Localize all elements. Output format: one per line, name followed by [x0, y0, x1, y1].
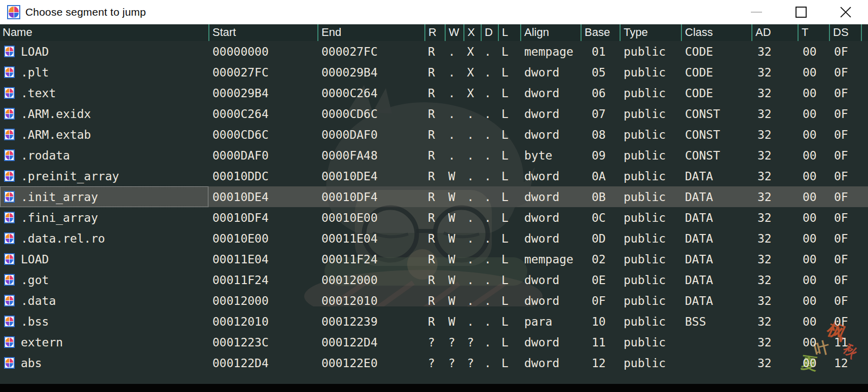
column-header-name[interactable]: Name	[0, 24, 208, 41]
cell-ad: 32	[751, 332, 798, 352]
table-row[interactable]: .bss0001201000012239RW..Lpara10publicBSS…	[0, 311, 868, 332]
column-header-sliver	[861, 24, 868, 41]
cell-start: 0000C264	[208, 103, 317, 124]
table-row[interactable]: .text000029B40000C264R.X.Ldword06publicC…	[0, 83, 868, 103]
cell-x: .	[463, 249, 481, 269]
table-row[interactable]: .preinit_array00010DDC00010DE4RW..Ldword…	[0, 166, 868, 186]
table-row[interactable]: LOAD00011E0400011F24RW..Lmempage02public…	[0, 249, 868, 269]
minimize-icon	[751, 12, 762, 13]
cell-align: dword	[520, 186, 581, 207]
cell-x: X	[463, 62, 481, 83]
column-header-ad[interactable]: AD	[751, 24, 798, 41]
cell-name: LOAD	[0, 249, 208, 269]
cell-start: 000122D4	[208, 352, 317, 373]
cell-ad: 32	[751, 166, 798, 186]
cell-base: 0F	[581, 290, 620, 311]
cell-t: 00	[798, 103, 829, 124]
cell-l: L	[498, 352, 520, 373]
column-header-ds[interactable]: DS	[829, 24, 861, 41]
cell-name: extern	[0, 332, 208, 352]
cell-base: 0E	[581, 269, 620, 290]
cell-name: .bss	[0, 311, 208, 332]
cell-ds: 12	[829, 352, 861, 373]
cell-start: 00012000	[208, 290, 317, 311]
cell-ds: 0F	[829, 228, 861, 249]
column-header-base[interactable]: Base	[581, 24, 620, 41]
column-header-type[interactable]: Type	[620, 24, 681, 41]
column-header-w[interactable]: W	[445, 24, 463, 41]
table-row[interactable]: extern0001223C000122D4???.Ldword11public…	[0, 332, 868, 352]
cell-type: public	[620, 207, 681, 228]
column-header-class[interactable]: Class	[681, 24, 751, 41]
cell-ad: 32	[751, 228, 798, 249]
cell-l: L	[498, 103, 520, 124]
minimize-button[interactable]	[734, 0, 779, 24]
cell-class: CONST	[681, 103, 751, 124]
table-row[interactable]: .data0001200000012010RW..Ldword0FpublicD…	[0, 290, 868, 311]
cell-w: W	[445, 207, 463, 228]
table-row[interactable]: .fini_array00010DF400010E00RW..Ldword0Cp…	[0, 207, 868, 228]
cell-base: 01	[581, 41, 620, 62]
column-header-t[interactable]: T	[798, 24, 829, 41]
table-row[interactable]: .rodata0000DAF00000FA48R...Lbyte09public…	[0, 145, 868, 166]
cell-d: .	[481, 41, 498, 62]
cell-x: X	[463, 83, 481, 103]
cell-r: R	[424, 311, 445, 332]
cell-ad: 32	[751, 41, 798, 62]
segment-icon	[4, 149, 15, 161]
table-row[interactable]: .ARM.exidx0000C2640000CD6CR...Ldword07pu…	[0, 103, 868, 124]
cell-w: W	[445, 290, 463, 311]
cell-start: 00010DE4	[208, 186, 317, 207]
cell-l: L	[498, 311, 520, 332]
cell-t: 00	[798, 207, 829, 228]
cell-ds: 0F	[829, 207, 861, 228]
cell-base: 0A	[581, 166, 620, 186]
cell-class: CODE	[681, 62, 751, 83]
cell-l: L	[498, 290, 520, 311]
column-header-d[interactable]: D	[481, 24, 498, 41]
cell-ds: 0F	[829, 290, 861, 311]
cell-align: dword	[520, 103, 581, 124]
cell-base: 0B	[581, 186, 620, 207]
cell-start: 0000DAF0	[208, 145, 317, 166]
column-header-end[interactable]: End	[317, 24, 424, 41]
segment-icon	[4, 357, 15, 369]
cell-x: .	[463, 103, 481, 124]
table-row[interactable]: abs000122D4000122E0???.Ldword12public320…	[0, 352, 868, 373]
table-row[interactable]: LOAD00000000000027FCR.X.Lmempage01public…	[0, 41, 868, 62]
table-row[interactable]: .data.rel.ro00010E0000011E04RW..Ldword0D…	[0, 228, 868, 249]
segment-icon	[4, 46, 15, 57]
segment-name: .data.rel.ro	[21, 232, 105, 245]
cell-align: byte	[520, 145, 581, 166]
segment-icon	[4, 66, 15, 78]
cell-ad: 32	[751, 145, 798, 166]
table-row[interactable]: .plt000027FC000029B4R.X.Ldword05publicCO…	[0, 62, 868, 83]
segment-name: .fini_array	[21, 211, 98, 224]
cell-ad: 32	[751, 269, 798, 290]
maximize-button[interactable]	[779, 0, 823, 24]
column-header-start[interactable]: Start	[208, 24, 317, 41]
column-header-x[interactable]: X	[463, 24, 481, 41]
segment-icon	[4, 295, 15, 306]
cell-type: public	[620, 352, 681, 373]
segment-icon	[4, 108, 15, 120]
segment-name: LOAD	[21, 253, 49, 266]
cell-t: 00	[798, 145, 829, 166]
cell-start: 00012010	[208, 311, 317, 332]
cell-end: 0000C264	[317, 83, 424, 103]
close-button[interactable]	[823, 0, 868, 24]
cell-w: .	[445, 103, 463, 124]
column-header-r[interactable]: R	[424, 24, 445, 41]
cell-start: 000027FC	[208, 62, 317, 83]
cell-d: .	[481, 228, 498, 249]
cell-class: BSS	[681, 311, 751, 332]
table-row[interactable]: .init_array00010DE400010DF4RW..Ldword0Bp…	[0, 186, 868, 207]
cell-ad: 32	[751, 249, 798, 269]
table-row[interactable]: .ARM.extab0000CD6C0000DAF0R...Ldword08pu…	[0, 124, 868, 145]
column-header-l[interactable]: L	[498, 24, 520, 41]
table-row[interactable]: .got00011F2400012000RW..Ldword0EpublicDA…	[0, 269, 868, 290]
cell-base: 0C	[581, 207, 620, 228]
column-header-align[interactable]: Align	[520, 24, 581, 41]
cell-name: .data	[0, 290, 208, 311]
cell-ad: 32	[751, 124, 798, 145]
